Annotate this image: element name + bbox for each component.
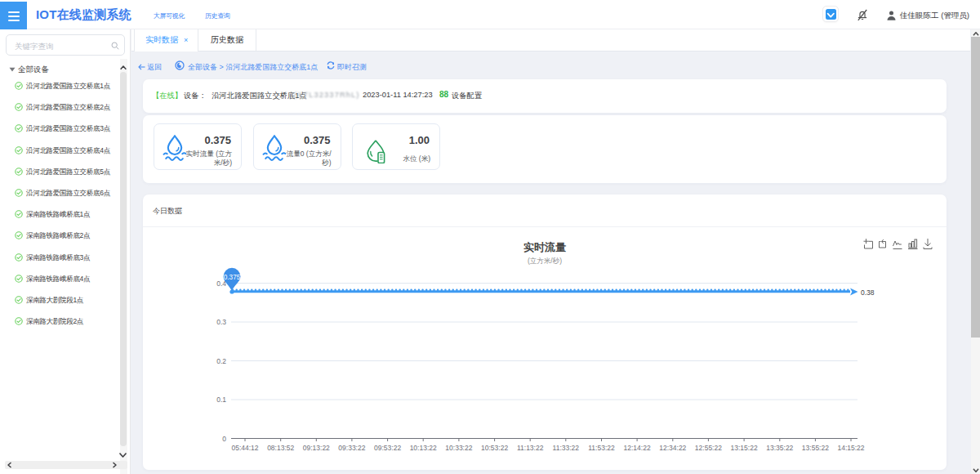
svg-text:0.1: 0.1 — [216, 396, 226, 404]
svg-text:13:35:22: 13:35:22 — [766, 444, 793, 452]
svg-text:10:13:22: 10:13:22 — [410, 444, 437, 452]
svg-text:0.38: 0.38 — [861, 288, 875, 297]
svg-text:11:53:22: 11:53:22 — [588, 444, 615, 452]
svg-text:09:33:22: 09:33:22 — [338, 444, 365, 452]
svg-text:08:13:52: 08:13:52 — [267, 444, 294, 452]
svg-text:14:15:22: 14:15:22 — [837, 444, 864, 452]
svg-text:11:13:22: 11:13:22 — [517, 444, 544, 452]
svg-text:13:15:22: 13:15:22 — [731, 444, 758, 452]
svg-text:0: 0 — [222, 435, 226, 443]
svg-text:12:14:22: 12:14:22 — [624, 444, 651, 452]
svg-text:09:13:22: 09:13:22 — [303, 444, 330, 452]
svg-text:(立方米/秒): (立方米/秒) — [528, 257, 562, 265]
svg-text:12:55:22: 12:55:22 — [695, 444, 722, 452]
svg-text:实时流量: 实时流量 — [523, 241, 566, 253]
svg-text:0.375: 0.375 — [224, 274, 241, 281]
svg-text:09:53:22: 09:53:22 — [374, 444, 401, 452]
svg-text:10:53:22: 10:53:22 — [481, 444, 508, 452]
svg-text:13:55:22: 13:55:22 — [802, 444, 829, 452]
svg-text:0.3: 0.3 — [216, 318, 226, 326]
svg-text:12:34:22: 12:34:22 — [659, 444, 686, 452]
svg-text:05:44:12: 05:44:12 — [231, 444, 258, 452]
svg-text:11:33:22: 11:33:22 — [553, 444, 580, 452]
svg-text:10:33:22: 10:33:22 — [445, 444, 472, 452]
svg-text:0.2: 0.2 — [216, 357, 226, 365]
